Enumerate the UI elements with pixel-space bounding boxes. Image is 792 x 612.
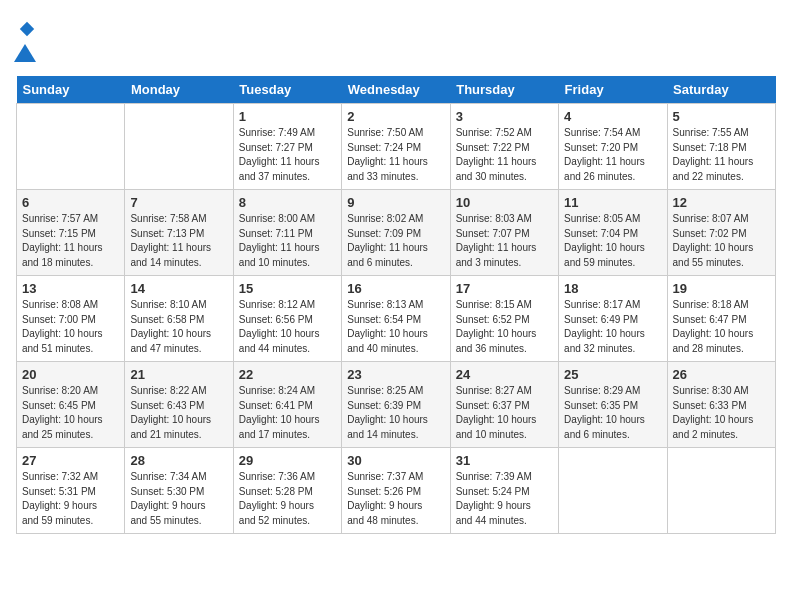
column-header-saturday: Saturday <box>667 76 775 104</box>
day-number: 15 <box>239 281 336 296</box>
day-cell: 21Sunrise: 8:22 AM Sunset: 6:43 PM Dayli… <box>125 362 233 448</box>
day-number: 23 <box>347 367 444 382</box>
day-cell: 7Sunrise: 7:58 AM Sunset: 7:13 PM Daylig… <box>125 190 233 276</box>
column-header-friday: Friday <box>559 76 667 104</box>
day-cell: 8Sunrise: 8:00 AM Sunset: 7:11 PM Daylig… <box>233 190 341 276</box>
column-header-sunday: Sunday <box>17 76 125 104</box>
day-cell: 17Sunrise: 8:15 AM Sunset: 6:52 PM Dayli… <box>450 276 558 362</box>
day-number: 12 <box>673 195 770 210</box>
day-number: 5 <box>673 109 770 124</box>
day-info: Sunrise: 7:49 AM Sunset: 7:27 PM Dayligh… <box>239 126 336 184</box>
column-header-tuesday: Tuesday <box>233 76 341 104</box>
day-number: 16 <box>347 281 444 296</box>
day-info: Sunrise: 8:18 AM Sunset: 6:47 PM Dayligh… <box>673 298 770 356</box>
day-number: 1 <box>239 109 336 124</box>
day-number: 29 <box>239 453 336 468</box>
day-info: Sunrise: 8:24 AM Sunset: 6:41 PM Dayligh… <box>239 384 336 442</box>
week-row-4: 20Sunrise: 8:20 AM Sunset: 6:45 PM Dayli… <box>17 362 776 448</box>
day-number: 19 <box>673 281 770 296</box>
page-header <box>16 16 776 64</box>
column-header-wednesday: Wednesday <box>342 76 450 104</box>
day-cell: 16Sunrise: 8:13 AM Sunset: 6:54 PM Dayli… <box>342 276 450 362</box>
day-info: Sunrise: 8:08 AM Sunset: 7:00 PM Dayligh… <box>22 298 119 356</box>
day-cell: 3Sunrise: 7:52 AM Sunset: 7:22 PM Daylig… <box>450 104 558 190</box>
day-cell: 26Sunrise: 8:30 AM Sunset: 6:33 PM Dayli… <box>667 362 775 448</box>
logo-text <box>16 16 36 64</box>
header-row: SundayMondayTuesdayWednesdayThursdayFrid… <box>17 76 776 104</box>
day-number: 18 <box>564 281 661 296</box>
day-info: Sunrise: 8:05 AM Sunset: 7:04 PM Dayligh… <box>564 212 661 270</box>
day-cell: 24Sunrise: 8:27 AM Sunset: 6:37 PM Dayli… <box>450 362 558 448</box>
day-info: Sunrise: 8:20 AM Sunset: 6:45 PM Dayligh… <box>22 384 119 442</box>
day-info: Sunrise: 7:50 AM Sunset: 7:24 PM Dayligh… <box>347 126 444 184</box>
day-number: 13 <box>22 281 119 296</box>
day-number: 6 <box>22 195 119 210</box>
svg-marker-0 <box>20 22 34 36</box>
day-info: Sunrise: 7:34 AM Sunset: 5:30 PM Dayligh… <box>130 470 227 528</box>
day-cell: 13Sunrise: 8:08 AM Sunset: 7:00 PM Dayli… <box>17 276 125 362</box>
day-cell: 10Sunrise: 8:03 AM Sunset: 7:07 PM Dayli… <box>450 190 558 276</box>
day-cell: 1Sunrise: 7:49 AM Sunset: 7:27 PM Daylig… <box>233 104 341 190</box>
day-cell: 4Sunrise: 7:54 AM Sunset: 7:20 PM Daylig… <box>559 104 667 190</box>
day-cell: 28Sunrise: 7:34 AM Sunset: 5:30 PM Dayli… <box>125 448 233 534</box>
day-info: Sunrise: 7:37 AM Sunset: 5:26 PM Dayligh… <box>347 470 444 528</box>
day-info: Sunrise: 8:02 AM Sunset: 7:09 PM Dayligh… <box>347 212 444 270</box>
day-info: Sunrise: 8:27 AM Sunset: 6:37 PM Dayligh… <box>456 384 553 442</box>
day-number: 10 <box>456 195 553 210</box>
column-header-monday: Monday <box>125 76 233 104</box>
day-number: 31 <box>456 453 553 468</box>
day-cell: 2Sunrise: 7:50 AM Sunset: 7:24 PM Daylig… <box>342 104 450 190</box>
day-number: 7 <box>130 195 227 210</box>
day-number: 26 <box>673 367 770 382</box>
day-number: 3 <box>456 109 553 124</box>
day-cell: 15Sunrise: 8:12 AM Sunset: 6:56 PM Dayli… <box>233 276 341 362</box>
week-row-2: 6Sunrise: 7:57 AM Sunset: 7:15 PM Daylig… <box>17 190 776 276</box>
day-info: Sunrise: 8:30 AM Sunset: 6:33 PM Dayligh… <box>673 384 770 442</box>
day-cell: 11Sunrise: 8:05 AM Sunset: 7:04 PM Dayli… <box>559 190 667 276</box>
day-number: 22 <box>239 367 336 382</box>
day-cell: 23Sunrise: 8:25 AM Sunset: 6:39 PM Dayli… <box>342 362 450 448</box>
day-cell <box>125 104 233 190</box>
day-cell: 14Sunrise: 8:10 AM Sunset: 6:58 PM Dayli… <box>125 276 233 362</box>
day-info: Sunrise: 8:22 AM Sunset: 6:43 PM Dayligh… <box>130 384 227 442</box>
day-cell <box>559 448 667 534</box>
day-number: 21 <box>130 367 227 382</box>
day-cell: 9Sunrise: 8:02 AM Sunset: 7:09 PM Daylig… <box>342 190 450 276</box>
day-number: 8 <box>239 195 336 210</box>
day-number: 27 <box>22 453 119 468</box>
day-info: Sunrise: 8:07 AM Sunset: 7:02 PM Dayligh… <box>673 212 770 270</box>
day-cell: 31Sunrise: 7:39 AM Sunset: 5:24 PM Dayli… <box>450 448 558 534</box>
day-cell: 22Sunrise: 8:24 AM Sunset: 6:41 PM Dayli… <box>233 362 341 448</box>
day-info: Sunrise: 8:15 AM Sunset: 6:52 PM Dayligh… <box>456 298 553 356</box>
day-info: Sunrise: 7:52 AM Sunset: 7:22 PM Dayligh… <box>456 126 553 184</box>
day-number: 25 <box>564 367 661 382</box>
day-info: Sunrise: 7:55 AM Sunset: 7:18 PM Dayligh… <box>673 126 770 184</box>
day-info: Sunrise: 8:03 AM Sunset: 7:07 PM Dayligh… <box>456 212 553 270</box>
week-row-5: 27Sunrise: 7:32 AM Sunset: 5:31 PM Dayli… <box>17 448 776 534</box>
day-cell: 29Sunrise: 7:36 AM Sunset: 5:28 PM Dayli… <box>233 448 341 534</box>
day-number: 24 <box>456 367 553 382</box>
day-cell: 12Sunrise: 8:07 AM Sunset: 7:02 PM Dayli… <box>667 190 775 276</box>
day-info: Sunrise: 7:54 AM Sunset: 7:20 PM Dayligh… <box>564 126 661 184</box>
day-info: Sunrise: 8:10 AM Sunset: 6:58 PM Dayligh… <box>130 298 227 356</box>
day-number: 30 <box>347 453 444 468</box>
day-number: 11 <box>564 195 661 210</box>
day-info: Sunrise: 8:13 AM Sunset: 6:54 PM Dayligh… <box>347 298 444 356</box>
week-row-3: 13Sunrise: 8:08 AM Sunset: 7:00 PM Dayli… <box>17 276 776 362</box>
day-info: Sunrise: 8:25 AM Sunset: 6:39 PM Dayligh… <box>347 384 444 442</box>
day-number: 28 <box>130 453 227 468</box>
day-cell: 25Sunrise: 8:29 AM Sunset: 6:35 PM Dayli… <box>559 362 667 448</box>
day-number: 2 <box>347 109 444 124</box>
day-cell <box>17 104 125 190</box>
day-info: Sunrise: 8:17 AM Sunset: 6:49 PM Dayligh… <box>564 298 661 356</box>
day-cell <box>667 448 775 534</box>
column-header-thursday: Thursday <box>450 76 558 104</box>
day-number: 14 <box>130 281 227 296</box>
calendar-table: SundayMondayTuesdayWednesdayThursdayFrid… <box>16 76 776 534</box>
day-cell: 6Sunrise: 7:57 AM Sunset: 7:15 PM Daylig… <box>17 190 125 276</box>
logo <box>16 16 36 64</box>
day-info: Sunrise: 8:29 AM Sunset: 6:35 PM Dayligh… <box>564 384 661 442</box>
day-info: Sunrise: 8:00 AM Sunset: 7:11 PM Dayligh… <box>239 212 336 270</box>
day-info: Sunrise: 7:58 AM Sunset: 7:13 PM Dayligh… <box>130 212 227 270</box>
day-info: Sunrise: 8:12 AM Sunset: 6:56 PM Dayligh… <box>239 298 336 356</box>
